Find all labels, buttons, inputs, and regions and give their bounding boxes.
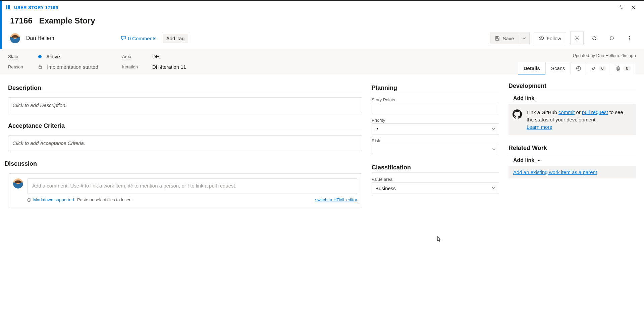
github-hint-card: Link a GitHub commit or pull request to … — [508, 104, 636, 135]
comment-input[interactable]: Add a comment. Use # to link a work item… — [27, 178, 357, 194]
svg-rect-2 — [9, 5, 10, 9]
value-area-label: Value area — [372, 177, 499, 182]
github-icon — [513, 109, 522, 119]
area-value[interactable]: DH — [152, 54, 270, 59]
iteration-label: Iteration — [122, 64, 138, 69]
github-commit-link[interactable]: commit — [558, 109, 575, 115]
refresh-button[interactable] — [588, 32, 601, 45]
svg-point-5 — [539, 37, 544, 40]
close-button[interactable] — [627, 1, 639, 13]
switch-editor-link[interactable]: switch to HTML editor — [315, 197, 357, 202]
svg-point-9 — [629, 38, 630, 39]
restore-window-button[interactable] — [615, 1, 627, 13]
svg-rect-1 — [8, 5, 9, 9]
undo-button[interactable] — [605, 32, 619, 45]
follow-button[interactable]: Follow — [534, 33, 566, 44]
breadcrumb-label: USER STORY 17166 — [14, 5, 58, 10]
value-area-select[interactable] — [372, 182, 499, 194]
save-dropdown[interactable] — [519, 33, 529, 44]
svg-point-6 — [541, 38, 542, 39]
svg-rect-11 — [39, 66, 42, 68]
user-story-icon — [6, 5, 11, 10]
more-actions-button[interactable] — [623, 32, 636, 45]
svg-point-7 — [576, 38, 578, 39]
paste-hint: Paste or select files to insert. — [77, 197, 133, 202]
svg-rect-3 — [496, 37, 498, 38]
assignee-avatar[interactable] — [10, 33, 20, 43]
state-value[interactable]: Active — [38, 54, 115, 59]
story-points-label: Story Points — [372, 97, 499, 102]
acceptance-heading: Acceptance Criteria — [8, 122, 362, 129]
comment-avatar — [13, 178, 23, 189]
related-work-heading: Related Work — [508, 145, 636, 152]
tab-history[interactable] — [571, 62, 586, 74]
follow-icon — [539, 36, 544, 41]
related-add-link-dropdown[interactable]: Add link — [508, 157, 636, 163]
breadcrumb-type: USER STORY 17166 — [2, 5, 58, 10]
links-count: 0 — [599, 66, 606, 71]
discussion-heading: Discussion — [5, 160, 362, 167]
add-existing-parent-link[interactable]: Add an existing work item as a parent — [513, 169, 597, 175]
priority-label: Priority — [372, 118, 499, 123]
reason-value[interactable]: Implementation started — [38, 64, 115, 70]
assignee-name[interactable]: Dan Hellem — [26, 35, 54, 41]
svg-rect-0 — [6, 5, 7, 9]
iteration-value[interactable]: DH\Iteration 11 — [152, 64, 270, 70]
area-label: Area — [122, 54, 131, 59]
description-input[interactable]: Click to add Description. — [8, 97, 362, 113]
state-dot-icon — [38, 55, 42, 58]
comments-count: 0 Comments — [128, 36, 157, 41]
attachments-count: 0 — [623, 66, 631, 71]
reason-label: Reason — [8, 64, 23, 69]
development-add-link[interactable]: Add link — [508, 95, 636, 101]
risk-label: Risk — [372, 138, 499, 143]
comments-link[interactable]: 0 Comments — [121, 36, 157, 41]
add-tag-button[interactable]: Add Tag — [163, 34, 189, 43]
tab-details[interactable]: Details — [518, 62, 546, 74]
story-points-input[interactable] — [372, 103, 499, 114]
github-learn-more-link[interactable]: Learn more — [527, 124, 552, 130]
follow-label: Follow — [547, 36, 561, 41]
classification-heading: Classification — [372, 164, 499, 171]
tab-links[interactable]: 0 — [586, 62, 611, 74]
info-icon — [27, 198, 31, 202]
svg-rect-4 — [496, 39, 498, 40]
markdown-link[interactable]: Markdown supported. — [33, 197, 75, 202]
state-label: State — [8, 54, 18, 59]
svg-point-10 — [629, 40, 630, 41]
save-icon — [495, 36, 500, 41]
tab-attachments[interactable]: 0 — [611, 62, 636, 74]
work-item-id: 17166 — [10, 16, 33, 25]
tab-scans[interactable]: Scans — [545, 62, 571, 74]
lock-icon — [38, 64, 44, 70]
work-item-title[interactable]: Example Story — [39, 16, 95, 25]
discussion-card: Add a comment. Use # to link a work item… — [8, 173, 362, 207]
svg-point-8 — [629, 36, 630, 37]
acceptance-input[interactable]: Click to add Acceptance Criteria. — [8, 135, 362, 151]
updated-text: Updated by Dan Hellem: 6m ago — [573, 53, 636, 58]
risk-select[interactable] — [372, 144, 499, 155]
comment-icon — [121, 36, 126, 41]
save-label: Save — [502, 36, 514, 41]
priority-select[interactable] — [372, 123, 499, 135]
save-button-group: Save — [490, 33, 529, 44]
planning-heading: Planning — [372, 85, 499, 92]
development-heading: Development — [508, 83, 636, 90]
save-button[interactable]: Save — [490, 33, 519, 44]
description-heading: Description — [8, 85, 362, 92]
settings-button[interactable] — [570, 32, 584, 45]
related-parent-card: Add an existing work item as a parent — [508, 166, 636, 178]
github-pr-link[interactable]: pull request — [582, 109, 608, 115]
